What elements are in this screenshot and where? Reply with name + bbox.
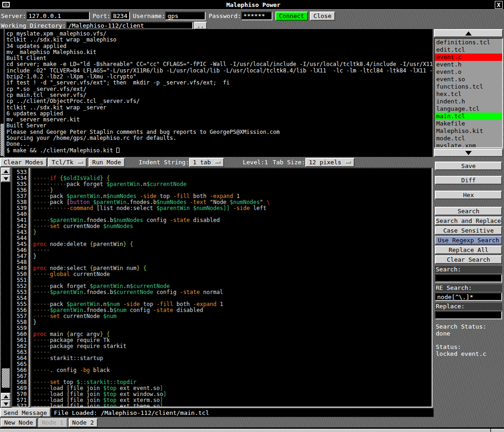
working-directory-input[interactable] (66, 22, 193, 30)
code-token: $parentWin (50, 289, 83, 295)
terminal-line: cd server; make -e LD="ld -Bshareable" C… (6, 61, 433, 67)
terminal-line: mv _server mserver.kit (6, 117, 433, 123)
file-list-item[interactable]: Makefile (435, 120, 502, 127)
code-token: -bg (80, 367, 90, 373)
code-editor[interactable]: ·····if {$oldIsValid} {··········pack fo… (30, 168, 433, 408)
run-mode-button[interactable]: Run Mode (89, 158, 125, 167)
code-token: "Node (207, 199, 230, 205)
language-option-menu[interactable]: Tcl/Tk (48, 158, 87, 167)
search-button[interactable]: Search (435, 207, 502, 216)
file-list-item[interactable]: functions.tcl (435, 83, 502, 90)
code-token: ····· (33, 397, 50, 403)
code-token: pack forget (66, 181, 107, 187)
code-token (230, 205, 233, 211)
port-input[interactable] (111, 12, 130, 20)
code-token: button (70, 199, 89, 205)
file-list-item[interactable]: language.tcl (435, 105, 502, 113)
save-button[interactable]: Save (435, 162, 502, 170)
code-token: 1 (233, 193, 240, 199)
tab-size-option-menu[interactable]: 12 pixels (305, 158, 355, 167)
clear-modes-button[interactable]: Clear Modes (0, 158, 47, 167)
browse-directory-button[interactable]: .. (194, 22, 207, 30)
code-token: -state (170, 217, 190, 223)
replace-all-button[interactable]: Replace All (435, 246, 502, 254)
terminal-line: if test ! -d "_server.vfs/ext"; then mkd… (6, 80, 433, 86)
code-token: starkit::startup (50, 355, 103, 361)
file-list-item[interactable]: event.c (435, 54, 502, 61)
use-regexp-search-button[interactable]: Use Regexp Search (435, 236, 502, 245)
file-list-item[interactable]: hex.tcl (435, 90, 502, 98)
window-menu-icon[interactable] (2, 2, 10, 7)
code-token: -state (180, 289, 200, 295)
connect-button[interactable]: Connect (275, 12, 308, 21)
editor-scrollbar[interactable] (1, 168, 11, 408)
search-and-replace-button[interactable]: Search and Replace (435, 216, 502, 225)
code-token: ····· (33, 289, 50, 295)
app-window: Malephiso Power X Server: Port: Username… (0, 0, 504, 432)
code-token: -side (233, 205, 250, 211)
password-input[interactable] (241, 12, 273, 20)
close-window-button[interactable]: X (495, 1, 503, 9)
terminal-scrollbar-thumb[interactable] (0, 124, 4, 156)
file-list-item[interactable]: Malephiso.kit (435, 127, 502, 135)
file-list-item[interactable]: event.h (435, 61, 502, 68)
code-token: } (100, 331, 103, 337)
window-title: Malephiso Power (12, 1, 495, 8)
replace-input[interactable] (435, 311, 502, 319)
working-directory-row: Working Directory: .. (0, 21, 207, 30)
send-message-button[interactable]: Send Message (0, 408, 51, 417)
server-input[interactable] (26, 12, 90, 20)
editor-scrollbar-thumb[interactable] (2, 368, 10, 388)
terminal-line: cp myslate.xpm _malephiso.vfs/ (6, 31, 433, 37)
editor-scroll-up-button-2[interactable] (1, 393, 11, 400)
diff-button[interactable]: Diff (435, 176, 502, 185)
code-token: \ (267, 199, 270, 205)
horizontal-scrollbar[interactable] (0, 429, 504, 432)
hex-button[interactable]: Hex (435, 191, 502, 199)
editor-scroll-up-button[interactable] (1, 168, 11, 175)
terminal-line: tclkit ../sdx.kit wrap _malephiso (6, 37, 433, 43)
file-list-item[interactable]: event.o (435, 68, 502, 76)
code-token: ····· (33, 301, 50, 307)
horizontal-scrollbar-tick (490, 429, 491, 432)
code-line: ··········-command [list node:select $pa… (33, 205, 432, 211)
file-list-item[interactable]: main.tcl (435, 113, 502, 120)
terminal-line: cp main.tcl _server.vfs/ (6, 92, 433, 98)
editor-scrollbar-track[interactable] (1, 182, 11, 393)
editor-scroll-down-button-2[interactable] (1, 400, 11, 408)
code-line: ·····set currentNode $numNodes (33, 223, 432, 229)
node-tab-node-2[interactable]: Node 2 (69, 418, 98, 427)
file-list-scroll-down-button[interactable] (434, 149, 503, 157)
main-output-row: cp myslate.xpm _malephiso.vfs/tclkit ../… (0, 29, 504, 157)
file-list-item[interactable]: event.so (435, 76, 502, 83)
file-list-item[interactable]: definitions.tcl (435, 39, 502, 46)
file-list-item[interactable]: myslate.xpm (435, 142, 502, 148)
node-tab-new-node[interactable]: New Node (0, 418, 37, 427)
file-list-item[interactable]: mode.tcl (435, 135, 502, 142)
close-button[interactable]: Close (310, 12, 335, 21)
code-token: } (33, 253, 36, 259)
terminal-scrollbar[interactable] (0, 29, 4, 157)
code-line: ·····package require starkit (33, 343, 432, 349)
editor-scroll-down-button[interactable] (1, 175, 11, 182)
clear-search-button[interactable]: Clear Search (435, 255, 502, 264)
code-token: .fnodes.b (83, 217, 113, 223)
case-sensitive-button[interactable]: Case Sensitive (435, 226, 502, 235)
search-input[interactable] (435, 274, 502, 282)
code-token: load [file join (50, 385, 103, 391)
username-input[interactable] (165, 12, 206, 20)
option-menu-indicator-icon (77, 161, 83, 163)
code-token: 1 (216, 301, 223, 307)
file-list-scroll-up-button[interactable] (434, 29, 503, 37)
file-list[interactable]: definitions.tcledit.tclevent.cevent.heve… (434, 38, 503, 148)
code-token: ····· (33, 283, 50, 289)
code-token: ] (163, 391, 166, 397)
code-token: ext event.so (117, 385, 160, 391)
file-list-item[interactable]: edit.tcl (435, 46, 502, 54)
file-loaded-status: File Loaded: /Malephiso-112/client/main.… (51, 408, 434, 417)
re-search-input[interactable] (435, 293, 502, 301)
terminal-output[interactable]: cp myslate.xpm _malephiso.vfs/tclkit ../… (5, 29, 433, 157)
file-list-item[interactable]: indent.h (435, 98, 502, 105)
tab-size-label: Tab Size: (273, 159, 305, 166)
indent-option-menu[interactable]: 1 tab (189, 158, 224, 167)
